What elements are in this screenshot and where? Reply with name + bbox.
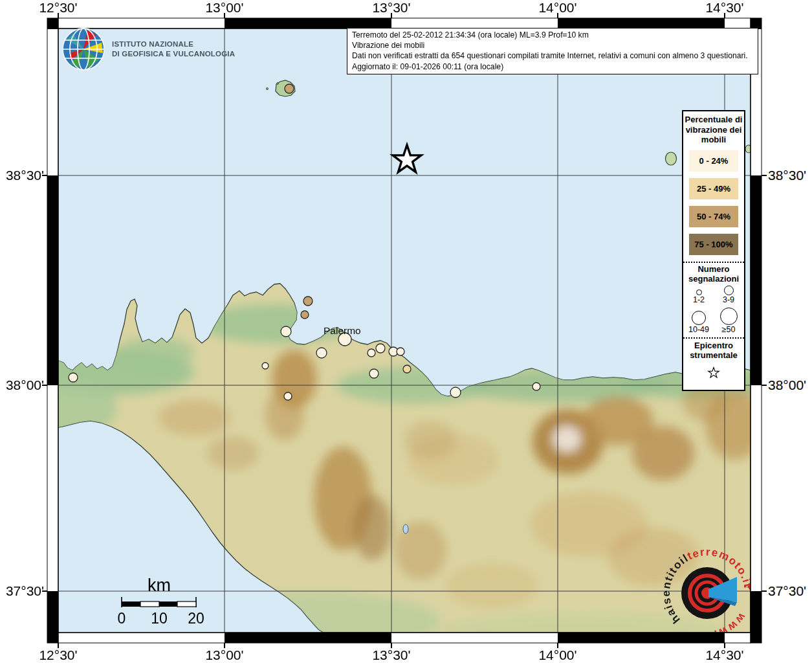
axis-label-bottom-5: 14°30' [696, 647, 754, 663]
report-marker [368, 349, 375, 357]
report-marker [450, 387, 461, 398]
axis-label-bottom-1: 12°30' [29, 647, 87, 663]
event-updated-line: Aggiornato il: 09-01-2026 00:11 (ora loc… [352, 62, 753, 72]
report-marker [403, 365, 411, 373]
legend-count-title: Numero segnalazioni [683, 263, 744, 284]
size-circle-icon [696, 289, 702, 295]
legend-size-1-2: 1-2 [684, 286, 714, 305]
scale-tick-0: 0 [102, 610, 141, 627]
axis-label-left-2: 38°00' [0, 377, 44, 393]
axis-label-top-4: 14°00' [529, 0, 587, 16]
report-marker [285, 84, 294, 93]
axis-label-top-3: 13°30' [362, 0, 421, 16]
event-effect-line: Vibrazione dei mobili [352, 40, 753, 51]
report-marker [281, 326, 291, 337]
axis-label-bottom-2: 13°00' [195, 647, 254, 663]
size-circle-icon [724, 286, 734, 295]
event-data-note-line: Dati non verificati estratti da 654 ques… [352, 51, 753, 61]
scale-tick-20: 20 [177, 610, 215, 627]
axis-label-bottom-4: 14°00' [529, 647, 587, 663]
ingv-name-line1: ISTITUTO NAZIONALE [112, 39, 235, 49]
legend-percent-title: Percentuale di vibrazione dei mobili [683, 111, 744, 145]
ingv-name-line2: DI GEOFISICA E VULCANOLOGIA [112, 49, 235, 59]
report-marker [69, 373, 78, 382]
size-label: 1-2 [693, 295, 705, 305]
report-marker [376, 344, 385, 353]
axis-label-right-3: 37°30' [768, 583, 812, 599]
islet [266, 87, 268, 89]
legend-size-10-49: 10-49 [684, 308, 714, 335]
axis-label-left-1: 38°30' [0, 168, 44, 183]
legend-size-grid: 1-2 3-9 10-49 ≥50 [683, 284, 744, 335]
legend-swatch-0-24: 0 - 24% [689, 150, 738, 172]
alicudi-island [666, 152, 677, 165]
size-label: ≥50 [722, 325, 736, 335]
legend-size-50plus: ≥50 [714, 308, 743, 335]
axis-label-top-1: 12°30' [29, 0, 87, 16]
legend-epicenter-title: Epicentro strumentale [683, 339, 744, 361]
report-marker [284, 392, 292, 400]
report-marker [303, 297, 313, 306]
report-marker [369, 369, 379, 378]
report-marker [316, 348, 327, 358]
legend-swatch-25-49: 25 - 49% [689, 178, 738, 199]
ingv-logo: ISTITUTO NAZIONALE DI GEOFISICA E VULCAN… [61, 27, 235, 71]
scale-unit-label: km [140, 576, 179, 596]
size-circle-icon [720, 308, 738, 325]
legend-panel: Percentuale di vibrazione dei mobili 0 -… [682, 110, 745, 391]
axis-label-right-1: 38°30' [768, 168, 812, 183]
event-summary-line: Terremoto del 25-02-2012 21:34:34 (ora l… [352, 30, 753, 40]
lake [403, 524, 408, 534]
city-label-palermo: Palermo [324, 325, 361, 337]
event-info-box: Terremoto del 25-02-2012 21:34:34 (ora l… [347, 28, 758, 74]
ingv-globe-icon [61, 27, 105, 71]
islet [277, 83, 279, 85]
ingv-wordmark: ISTITUTO NAZIONALE DI GEOFISICA E VULCAN… [112, 39, 235, 59]
report-marker [397, 348, 404, 355]
legend-swatch-75-100: 75 - 100% [689, 234, 738, 255]
size-label: 10-49 [688, 325, 709, 335]
macroseismic-map-page: haisentitoilterremoto.it www. ? [0, 0, 812, 663]
axis-label-top-2: 13°00' [195, 0, 254, 16]
report-marker [301, 311, 309, 319]
axis-label-right-2: 38°00' [768, 377, 812, 393]
legend-size-3-9: 3-9 [714, 286, 743, 305]
axis-label-left-3: 37°30' [0, 583, 44, 599]
report-marker [262, 363, 269, 369]
axis-label-bottom-3: 13°30' [362, 647, 421, 663]
size-circle-icon [692, 311, 706, 325]
report-marker [532, 383, 540, 390]
scale-tick-10: 10 [140, 610, 179, 627]
legend-swatch-50-74: 50 - 74% [689, 206, 738, 227]
legend-star-icon [703, 362, 725, 384]
size-label: 3-9 [723, 295, 734, 305]
axis-label-top-5: 14°30' [696, 0, 754, 16]
